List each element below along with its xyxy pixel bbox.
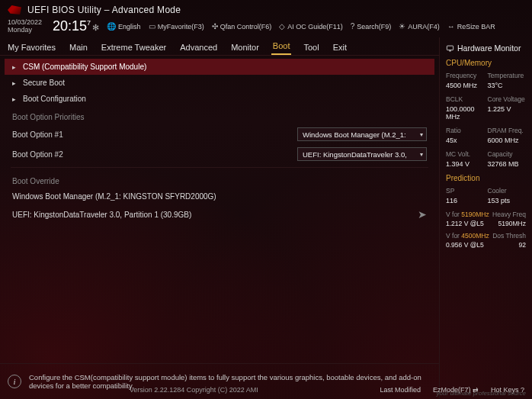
star-box-icon: ▭	[149, 22, 155, 31]
prediction-heading: Prediction	[446, 174, 526, 182]
tab-extreme-tweaker[interactable]: Extreme Tweaker	[100, 40, 168, 55]
chevron-right-icon: ▸	[12, 79, 20, 87]
language-menu[interactable]: 🌐English	[107, 22, 141, 31]
search-icon: ?	[351, 22, 355, 31]
version-text: Version 2.22.1284 Copyright (C) 2022 AMI	[8, 386, 380, 394]
tab-advanced[interactable]: Advanced	[178, 40, 219, 55]
boot-option-1-dropdown[interactable]: Windows Boot Manager (M.2_1: ▾	[297, 127, 427, 141]
menu-secure-boot[interactable]: ▸ Secure Boot	[5, 75, 434, 91]
clock-gear-icon[interactable]: ✻	[92, 23, 99, 33]
rog-logo-icon	[8, 5, 21, 14]
menu-csm[interactable]: ▸ CSM (Compatibility Support Module)	[5, 59, 434, 75]
cpu-memory-heading: CPU/Memory	[446, 59, 526, 67]
qfan-button[interactable]: ✣Qfan Control(F6)	[212, 22, 272, 31]
boot-option-2-label: Boot Option #2	[12, 150, 165, 159]
chip-icon: ◇	[279, 22, 285, 31]
boot-option-1-row: Boot Option #1 Windows Boot Manager (M.2…	[5, 124, 434, 144]
fan-icon: ✣	[212, 22, 218, 31]
tab-boot[interactable]: Boot	[271, 38, 292, 55]
search-button[interactable]: ?Search(F9)	[351, 22, 392, 31]
tab-main[interactable]: Main	[68, 40, 89, 55]
boot-override-label: Boot Override	[5, 171, 434, 188]
tab-tool[interactable]: Tool	[302, 40, 320, 55]
tab-exit[interactable]: Exit	[332, 40, 348, 55]
aura-icon: ☀	[399, 22, 405, 31]
resizebar-button[interactable]: ↔ReSize BAR	[447, 22, 495, 31]
myfavorite-button[interactable]: ▭MyFavorite(F3)	[149, 22, 204, 31]
chevron-down-icon: ▾	[420, 151, 423, 158]
link-icon: ↔	[447, 22, 455, 31]
menu-boot-configuration[interactable]: ▸ Boot Configuration	[5, 91, 434, 107]
datetime-block: 10/03/2022 Monday	[8, 19, 42, 34]
clock: 20:157✻	[53, 18, 99, 34]
monitor-icon	[446, 44, 454, 53]
override-item-2[interactable]: UEFI: KingstonDataTraveler 3.0, Partitio…	[5, 204, 434, 224]
boot-priorities-label: Boot Option Priorities	[5, 107, 434, 124]
aura-button[interactable]: ☀AURA(F4)	[399, 22, 440, 31]
page-title: UEFI BIOS Utility – Advanced Mode	[27, 5, 181, 15]
watermark: your ultimate professional source	[437, 390, 526, 397]
globe-icon: 🌐	[107, 22, 116, 31]
boot-option-2-dropdown[interactable]: UEFI: KingstonDataTraveler 3.0, ▾	[297, 147, 427, 161]
cursor-icon: ➤	[418, 208, 427, 220]
svg-rect-0	[447, 46, 453, 50]
chevron-down-icon: ▾	[420, 131, 423, 138]
ai-oc-button[interactable]: ◇AI OC Guide(F11)	[279, 22, 343, 31]
chevron-right-icon: ▸	[12, 95, 20, 103]
override-item-1[interactable]: Windows Boot Manager (M.2_1: KINGSTON SF…	[5, 188, 434, 204]
boot-option-1-label: Boot Option #1	[12, 130, 165, 139]
main-tabs: My Favorites Main Extreme Tweaker Advanc…	[0, 37, 439, 56]
hardware-monitor-panel: Hardware Monitor CPU/Memory FrequencyTem…	[439, 37, 532, 398]
last-modified-button[interactable]: Last Modified	[380, 386, 421, 394]
boot-option-2-row: Boot Option #2 UEFI: KingstonDataTravele…	[5, 144, 434, 164]
hw-title: Hardware Monitor	[457, 43, 521, 53]
tab-monitor[interactable]: Monitor	[229, 40, 261, 55]
day-text: Monday	[8, 27, 42, 34]
chevron-right-icon: ▸	[12, 63, 20, 71]
tab-my-favorites[interactable]: My Favorites	[6, 40, 57, 55]
